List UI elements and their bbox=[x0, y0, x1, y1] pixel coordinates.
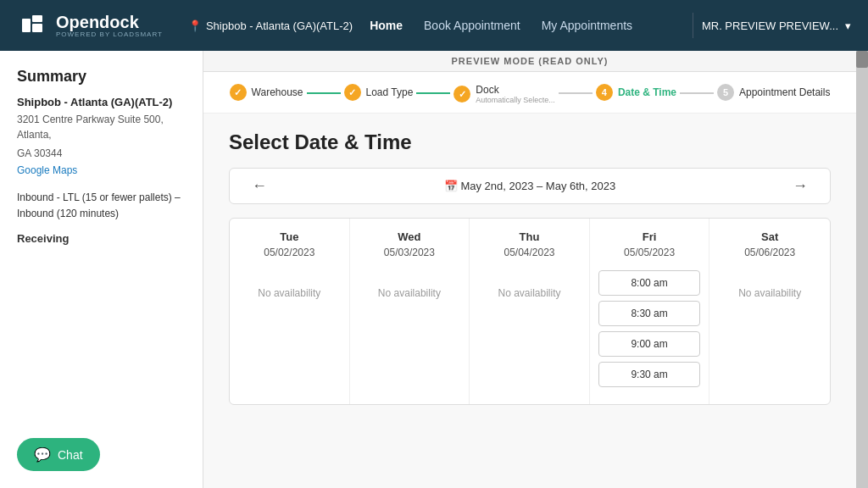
sidebar-receiving: Receiving bbox=[17, 232, 186, 245]
step-warehouse-icon: ✓ bbox=[230, 84, 247, 101]
step-appointment-label: Appointment Details bbox=[739, 86, 830, 98]
chat-label: Chat bbox=[58, 448, 83, 462]
col-tue-date: 05/02/2023 bbox=[238, 247, 341, 258]
calendar-col-thu: Thu 05/04/2023 No availability bbox=[470, 219, 590, 404]
right-panel: PREVIEW MODE (READ ONLY) ✓ Warehouse ✓ L… bbox=[203, 51, 856, 488]
col-thu-date: 05/04/2023 bbox=[478, 247, 581, 258]
step-date-time: 4 Date & Time bbox=[596, 84, 676, 101]
google-maps-link[interactable]: Google Maps bbox=[17, 164, 186, 176]
time-slot-900[interactable]: 9:00 am bbox=[598, 331, 701, 357]
step-load-type: ✓ Load Type bbox=[344, 84, 414, 101]
date-nav: ← 📅 May 2nd, 2023 – May 6th, 2023 → bbox=[229, 168, 831, 204]
time-slot-800[interactable]: 8:00 am bbox=[598, 270, 701, 296]
nav-divider bbox=[693, 13, 693, 38]
logo-area: Opendock POWERED BY LOADSMART bbox=[17, 10, 163, 41]
chat-icon: 💬 bbox=[34, 446, 51, 463]
user-name: MR. PREVIEW PREVIEW... bbox=[702, 19, 838, 32]
logo-text-area: Opendock POWERED BY LOADSMART bbox=[56, 14, 163, 38]
navbar: Opendock POWERED BY LOADSMART 📍 Shipbob … bbox=[0, 0, 868, 51]
connector-3 bbox=[559, 92, 593, 94]
time-slot-830[interactable]: 8:30 am bbox=[598, 301, 701, 326]
col-fri-slots: 8:00 am 8:30 am 9:00 am 9:30 am bbox=[598, 270, 701, 387]
date-range-text: May 2nd, 2023 – May 6th, 2023 bbox=[460, 180, 615, 192]
sidebar-address-line1: 3201 Centre Parkway Suite 500, Atlanta, bbox=[17, 112, 186, 142]
step-date-time-label: Date & Time bbox=[618, 86, 676, 98]
step-load-type-icon: ✓ bbox=[344, 84, 361, 101]
col-thu-no-avail: No availability bbox=[478, 270, 581, 316]
chat-button[interactable]: 💬 Chat bbox=[17, 438, 100, 471]
connector-4 bbox=[680, 92, 714, 94]
stepper: ✓ Warehouse ✓ Load Type ✓ Dock bbox=[203, 72, 856, 114]
sidebar-inbound-label: Inbound - LTL (15 or fewer pallets) – In… bbox=[17, 190, 186, 222]
scrollbar[interactable] bbox=[856, 51, 868, 488]
preview-banner: PREVIEW MODE (READ ONLY) bbox=[203, 51, 856, 72]
date-range-display: 📅 May 2nd, 2023 – May 6th, 2023 bbox=[275, 180, 784, 192]
step-load-type-label: Load Type bbox=[366, 86, 414, 98]
date-prev-button[interactable]: ← bbox=[243, 177, 275, 195]
user-menu[interactable]: MR. PREVIEW PREVIEW... ▾ bbox=[702, 19, 851, 32]
step-warehouse-label: Warehouse bbox=[252, 86, 303, 98]
svg-rect-1 bbox=[32, 15, 42, 22]
col-sat-no-avail: No availability bbox=[718, 270, 821, 316]
svg-rect-2 bbox=[32, 24, 42, 32]
calendar-col-sat: Sat 05/06/2023 No availability bbox=[709, 219, 830, 404]
chevron-down-icon: ▾ bbox=[845, 19, 851, 32]
calendar-col-tue: Tue 05/02/2023 No availability bbox=[230, 219, 350, 404]
nav-book-appointment[interactable]: Book Appointment bbox=[424, 19, 520, 32]
sidebar-location-name: Shipbob - Atlanta (GA)(ATL-2) bbox=[17, 96, 186, 108]
nav-home[interactable]: Home bbox=[370, 19, 403, 32]
col-wed-date: 05/03/2023 bbox=[359, 247, 461, 258]
sidebar: Summary Shipbob - Atlanta (GA)(ATL-2) 32… bbox=[0, 51, 203, 488]
step-appointment-details: 5 Appointment Details bbox=[717, 84, 830, 101]
step-warehouse: ✓ Warehouse bbox=[230, 84, 303, 101]
col-thu-day: Thu bbox=[478, 230, 581, 243]
page-body: Select Date & Time ← 📅 May 2nd, 2023 – M… bbox=[203, 114, 856, 488]
date-next-button[interactable]: → bbox=[784, 177, 816, 195]
nav-my-appointments[interactable]: My Appointments bbox=[542, 19, 632, 32]
location-pill[interactable]: 📍 Shipbob - Atlanta (GA)(ATL-2) bbox=[188, 19, 353, 32]
svg-rect-0 bbox=[22, 19, 31, 32]
step-appointment-icon: 5 bbox=[717, 84, 734, 101]
step-dock-icon: ✓ bbox=[453, 86, 470, 103]
time-slot-930[interactable]: 9:30 am bbox=[598, 362, 701, 387]
logo-icon bbox=[17, 10, 47, 41]
logo-sub: POWERED BY LOADSMART bbox=[56, 30, 163, 38]
step-date-time-icon: 4 bbox=[596, 84, 613, 101]
nav-links: Home Book Appointment My Appointments bbox=[370, 19, 684, 32]
step-dock-label: Dock Automatically Selecte... bbox=[476, 84, 555, 104]
logo-brand: Opendock bbox=[56, 14, 163, 30]
step-dock: ✓ Dock Automatically Selecte... bbox=[453, 84, 555, 104]
calendar-col-fri: Fri 05/05/2023 8:00 am 8:30 am 9:00 am 9… bbox=[590, 219, 710, 404]
col-tue-no-avail: No availability bbox=[238, 270, 341, 316]
col-sat-date: 05/06/2023 bbox=[718, 247, 821, 258]
sidebar-address-line2: GA 30344 bbox=[17, 146, 186, 161]
calendar-col-wed: Wed 05/03/2023 No availability bbox=[350, 219, 470, 404]
location-pin-icon: 📍 bbox=[188, 19, 202, 32]
calendar-grid: Tue 05/02/2023 No availability Wed 05/03… bbox=[229, 218, 831, 405]
location-label: Shipbob - Atlanta (GA)(ATL-2) bbox=[206, 19, 353, 32]
col-fri-day: Fri bbox=[598, 230, 701, 243]
col-wed-no-avail: No availability bbox=[359, 270, 461, 316]
col-sat-day: Sat bbox=[718, 230, 821, 243]
connector-2 bbox=[416, 92, 450, 94]
page-title: Select Date & Time bbox=[229, 130, 831, 154]
calendar-icon: 📅 bbox=[444, 180, 461, 192]
col-tue-day: Tue bbox=[238, 230, 341, 243]
connector-1 bbox=[307, 92, 341, 94]
col-fri-date: 05/05/2023 bbox=[598, 247, 701, 258]
col-wed-day: Wed bbox=[359, 230, 461, 243]
summary-title: Summary bbox=[17, 68, 186, 86]
